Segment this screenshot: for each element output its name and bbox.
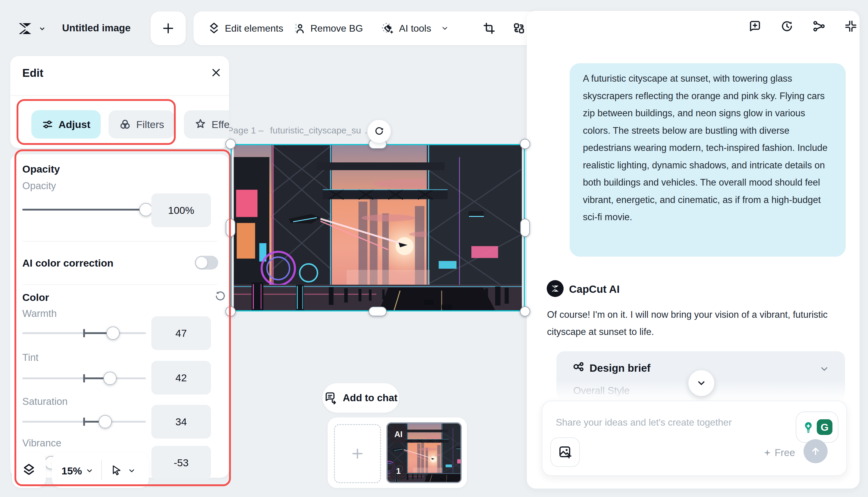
design-brief-icon (571, 361, 585, 375)
crop-icon (482, 22, 496, 35)
replace-icon (512, 22, 526, 35)
history-button[interactable] (780, 19, 794, 33)
resize-handle-top-right[interactable] (520, 139, 530, 149)
page-thumbnail[interactable]: AI 1 (387, 422, 462, 483)
page-label: Page 1 – futuristic_cityscape_su .png (227, 125, 382, 136)
ai-color-correction-label: AI color correction (22, 257, 113, 269)
scroll-to-bottom-button[interactable] (688, 370, 714, 396)
edit-elements-button[interactable]: Edit elements (207, 12, 283, 45)
resize-handle-left[interactable] (226, 219, 235, 237)
share-button[interactable] (812, 19, 826, 33)
opacity-slider[interactable] (22, 203, 146, 216)
ai-tools-button[interactable]: AI tools (381, 12, 449, 45)
design-brief-title: Design brief (589, 362, 650, 374)
add-image-icon (558, 445, 572, 459)
opacity-slider-label: Opacity (22, 180, 56, 191)
zoom-level-dropdown[interactable]: 15% (61, 465, 82, 477)
tab-effects[interactable]: Effects (184, 110, 229, 139)
resize-handle-top-left[interactable] (225, 139, 236, 149)
writing-suggestions-pill[interactable]: G (796, 411, 839, 443)
edit-panel-title: Edit (22, 67, 43, 80)
filters-icon (119, 118, 131, 131)
user-prompt-text: A futuristic cityscape at sunset, with t… (583, 70, 829, 226)
canvas-image[interactable] (230, 144, 525, 311)
chat-composer[interactable]: Share your ideas and let's create togeth… (542, 401, 847, 476)
color-reset-button[interactable] (214, 290, 227, 302)
cursor-tool-icon[interactable] (111, 465, 122, 476)
ai-color-correction-toggle[interactable] (195, 256, 218, 270)
saturation-slider[interactable] (22, 415, 146, 428)
resize-handle-right[interactable] (520, 219, 530, 237)
new-chat-button[interactable] (748, 19, 762, 33)
add-to-chat-button[interactable]: Add to chat (322, 383, 399, 413)
remove-bg-icon (293, 22, 306, 35)
remove-bg-button[interactable]: Remove BG (293, 12, 363, 45)
opacity-section-title: Opacity (22, 163, 60, 175)
chevron-down-icon[interactable] (128, 467, 136, 475)
close-icon (211, 67, 222, 78)
replace-button[interactable] (512, 12, 526, 45)
collapse-panel-button[interactable] (844, 19, 858, 33)
divider (101, 460, 102, 480)
tab-filters[interactable]: Filters (109, 110, 174, 139)
saturation-value[interactable]: 34 (151, 405, 211, 439)
tint-value[interactable]: 42 (151, 361, 211, 395)
send-button[interactable] (803, 439, 828, 463)
resize-handle-bottom-left[interactable] (225, 306, 236, 316)
document-title[interactable]: Untitled image (62, 22, 130, 34)
resize-handle-bottom[interactable] (368, 307, 387, 316)
add-image-button[interactable] (550, 437, 580, 467)
tint-label: Tint (22, 352, 39, 363)
warmth-value[interactable]: 47 (151, 316, 211, 350)
page-number-badge: 1 (390, 463, 407, 480)
sparkle-icon (763, 449, 772, 457)
chevron-down-icon (696, 378, 706, 388)
ai-badge: AI (390, 426, 407, 443)
vibrance-value[interactable]: -53 (151, 446, 211, 480)
crop-button[interactable] (482, 12, 496, 45)
grammarly-icon: G (817, 419, 832, 435)
add-new-button[interactable] (151, 12, 186, 45)
lightbulb-icon (802, 421, 815, 434)
add-page-placeholder[interactable] (334, 424, 381, 483)
collapse-icon (844, 19, 857, 33)
layers-button[interactable] (12, 452, 46, 488)
panel-actions (748, 19, 858, 33)
slider-thumb[interactable] (139, 203, 153, 216)
selected-image[interactable] (230, 144, 525, 311)
tab-effects-label: Effects (212, 119, 229, 130)
add-to-chat-icon (324, 391, 337, 404)
chevron-down-icon (441, 24, 449, 32)
composer-placeholder[interactable]: Share your ideas and let's create togeth… (556, 417, 732, 428)
chevron-down-icon (38, 24, 46, 33)
reset-icon (214, 290, 227, 302)
plan-label: Free (774, 447, 795, 458)
tab-filters-label: Filters (136, 119, 164, 130)
resize-handle-bottom-right[interactable] (520, 306, 530, 316)
capcut-ai-avatar (547, 280, 564, 297)
vibrance-label: Vibrance (22, 437, 61, 449)
edit-elements-label: Edit elements (225, 23, 283, 34)
rotate-handle[interactable] (367, 119, 391, 143)
saturation-label: Saturation (22, 396, 68, 407)
capcut-image-editor: Untitled image Edit elements Remove BG (0, 0, 868, 497)
ai-tools-label: AI tools (399, 23, 431, 34)
user-prompt-bubble: A futuristic cityscape at sunset, with t… (570, 63, 846, 257)
slider-thumb[interactable] (103, 372, 117, 385)
arrow-up-icon (810, 446, 821, 457)
history-clock-icon (780, 19, 794, 33)
slider-thumb[interactable] (107, 327, 120, 340)
app-menu[interactable] (17, 19, 46, 39)
close-edit-panel-button[interactable] (209, 66, 223, 80)
tint-slider[interactable] (22, 372, 146, 385)
slider-thumb[interactable] (99, 415, 112, 428)
chevron-down-icon[interactable] (86, 467, 94, 475)
tab-adjust[interactable]: Adjust (31, 110, 101, 139)
zoom-and-mode-控件 zoom-controls: 15% (52, 452, 149, 488)
warmth-slider[interactable] (22, 327, 146, 340)
effects-star-icon (194, 118, 207, 131)
opacity-value[interactable]: 100% (151, 194, 211, 227)
plus-icon (351, 447, 364, 460)
pages-strip: AI 1 (327, 417, 467, 488)
chevron-down-icon[interactable] (819, 364, 829, 374)
